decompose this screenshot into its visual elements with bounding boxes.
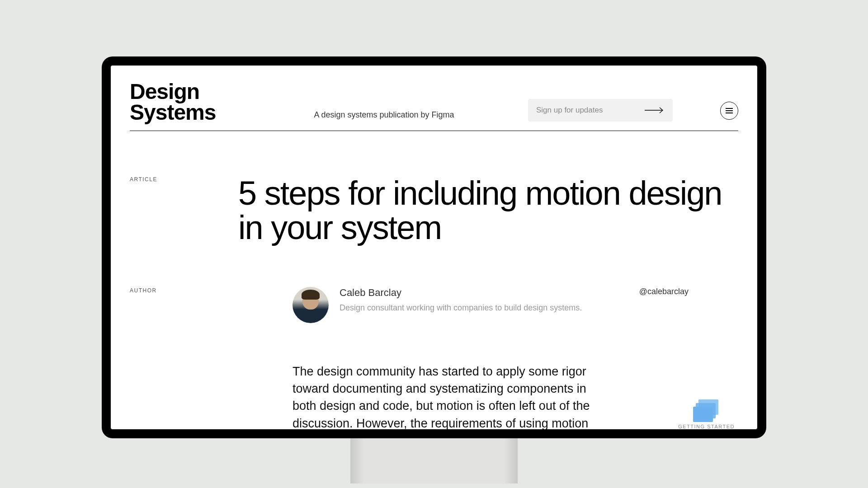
article-content: ARTICLE AUTHOR 5 steps for including mot… <box>130 131 738 429</box>
screen: Design Systems A design systems publicat… <box>111 66 757 429</box>
logo-line-1: Design <box>130 81 216 102</box>
monitor-stand <box>350 438 518 483</box>
logo-line-2: Systems <box>130 102 216 123</box>
label-author: AUTHOR <box>130 287 238 294</box>
arrow-right-icon <box>645 107 665 113</box>
signup-form <box>528 99 673 122</box>
article-body: The design community has started to appl… <box>292 363 600 429</box>
article-title: 5 steps for including motion design in y… <box>238 176 738 245</box>
author-avatar[interactable] <box>292 287 329 323</box>
menu-button[interactable] <box>720 102 738 120</box>
signup-input[interactable] <box>536 106 645 115</box>
hamburger-icon <box>726 108 733 113</box>
author-block: Caleb Barclay Design consultant working … <box>292 287 738 323</box>
site-logo[interactable]: Design Systems <box>130 81 216 122</box>
main-column: 5 steps for including motion design in y… <box>238 176 738 429</box>
author-handle[interactable]: @calebarclay <box>639 287 689 296</box>
label-article: ARTICLE <box>130 176 238 183</box>
author-name[interactable]: Caleb Barclay <box>340 287 639 299</box>
stacked-squares-icon <box>692 399 721 421</box>
monitor-frame: Design Systems A design systems publicat… <box>102 56 766 438</box>
category-badge[interactable]: GETTING STARTED <box>678 399 735 429</box>
site-header: Design Systems A design systems publicat… <box>130 81 738 131</box>
left-rail: ARTICLE AUTHOR <box>130 176 238 429</box>
author-bio: Design consultant working with companies… <box>340 303 639 313</box>
author-info: Caleb Barclay Design consultant working … <box>340 287 639 313</box>
site-tagline: A design systems publication by Figma <box>314 110 454 120</box>
category-badge-label: GETTING STARTED <box>678 424 735 429</box>
signup-submit-button[interactable] <box>645 107 665 113</box>
